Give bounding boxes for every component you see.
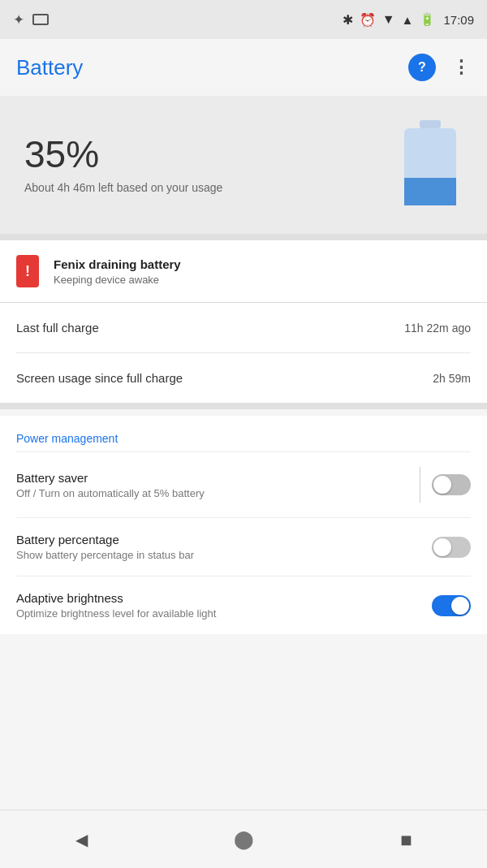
battery-percentage-toggle[interactable] xyxy=(432,537,471,558)
screen-usage-label: Screen usage since full charge xyxy=(16,371,183,385)
battery-percentage-controls xyxy=(432,537,471,558)
section-divider-2 xyxy=(0,403,487,409)
adaptive-brightness-row[interactable]: Adaptive brightness Optimize brightness … xyxy=(16,576,471,634)
battery-svg xyxy=(398,120,463,209)
home-icon: ⬤ xyxy=(234,829,254,850)
status-bar-right: ✱ ⏰ ▼ ▲ 🔋 17:09 xyxy=(343,12,474,28)
adaptive-brightness-text: Adaptive brightness Optimize brightness … xyxy=(16,591,422,620)
adaptive-brightness-controls xyxy=(432,595,471,616)
last-full-charge-value: 11h 22m ago xyxy=(404,322,471,335)
recents-icon: ◼ xyxy=(400,831,412,849)
back-button[interactable]: ◀ xyxy=(61,819,101,860)
warning-row[interactable]: ! Fenix draining battery Keeping device … xyxy=(0,240,487,302)
battery-percentage-row[interactable]: Battery percentage Show battery percenta… xyxy=(16,517,471,576)
battery-saver-controls xyxy=(420,467,471,503)
adaptive-brightness-toggle[interactable] xyxy=(432,595,471,616)
header-actions: ? ⋮ xyxy=(408,54,471,81)
svg-rect-0 xyxy=(420,120,441,128)
more-button[interactable]: ⋮ xyxy=(452,57,471,78)
battery-saver-text: Battery saver Off / Turn on automaticall… xyxy=(16,471,410,499)
back-icon: ◀ xyxy=(75,830,88,849)
battery-description: About 4h 46m left based on your usage xyxy=(24,181,390,194)
battery-saver-title: Battery saver xyxy=(16,471,410,485)
adaptive-brightness-desc: Optimize brightness level for available … xyxy=(16,607,422,620)
battery-info: 35% About 4h 46m left based on your usag… xyxy=(24,136,390,194)
navigation-bar: ◀ ⬤ ◼ xyxy=(0,810,487,868)
battery-saver-row[interactable]: Battery saver Off / Turn on automaticall… xyxy=(16,451,471,517)
stats-section: Last full charge 11h 22m ago Screen usag… xyxy=(0,303,487,403)
toggle-knob-2 xyxy=(433,538,451,556)
svg-rect-4 xyxy=(404,199,456,205)
page-title: Battery xyxy=(16,55,83,80)
bluetooth-icon: ✱ xyxy=(343,12,353,28)
status-time: 17:09 xyxy=(443,13,474,27)
recents-button[interactable]: ◼ xyxy=(386,819,426,860)
screen-usage-value: 2h 59m xyxy=(433,372,471,385)
battery-percentage-text: Battery percentage Show battery percenta… xyxy=(16,533,422,561)
battery-card: 35% About 4h 46m left based on your usag… xyxy=(0,96,487,234)
power-management-header: Power management xyxy=(16,416,471,451)
battery-percentage-desc: Show battery percentage in status bar xyxy=(16,549,422,561)
page-header: Battery ? ⋮ xyxy=(0,39,487,96)
toggle-knob-3 xyxy=(451,597,469,615)
battery-status-icon: 🔋 xyxy=(420,12,435,27)
last-full-charge-label: Last full charge xyxy=(16,321,99,335)
section-divider-1 xyxy=(0,234,487,240)
star-icon: ✦ xyxy=(13,11,24,28)
toggle-knob xyxy=(433,476,451,494)
status-bar: ✦ ✱ ⏰ ▼ ▲ 🔋 17:09 xyxy=(0,0,487,39)
warning-battery-icon: ! xyxy=(16,255,39,287)
warning-text: Fenix draining battery Keeping device aw… xyxy=(54,257,181,286)
alarm-icon: ⏰ xyxy=(360,12,376,28)
battery-saver-toggle[interactable] xyxy=(432,474,471,495)
vertical-divider xyxy=(420,467,420,503)
battery-icon xyxy=(390,120,471,209)
battery-percent: 35% xyxy=(24,136,390,173)
help-button[interactable]: ? xyxy=(408,54,436,81)
battery-percentage-title: Battery percentage xyxy=(16,533,422,546)
screen-usage-row: Screen usage since full charge 2h 59m xyxy=(16,352,471,403)
battery-saver-desc: Off / Turn on automatically at 5% batter… xyxy=(16,487,410,499)
last-full-charge-row: Last full charge 11h 22m ago xyxy=(16,303,471,352)
signal-icon: ▲ xyxy=(402,13,414,27)
home-button[interactable]: ⬤ xyxy=(223,819,264,860)
screen-icon xyxy=(32,14,49,25)
warning-detail: Keeping device awake xyxy=(54,274,181,286)
power-management-section: Power management Battery saver Off / Tur… xyxy=(0,416,487,634)
wifi-icon: ▼ xyxy=(382,12,395,27)
status-bar-left: ✦ xyxy=(13,11,49,28)
adaptive-brightness-title: Adaptive brightness xyxy=(16,591,422,605)
warning-app-name: Fenix draining battery xyxy=(54,257,181,271)
